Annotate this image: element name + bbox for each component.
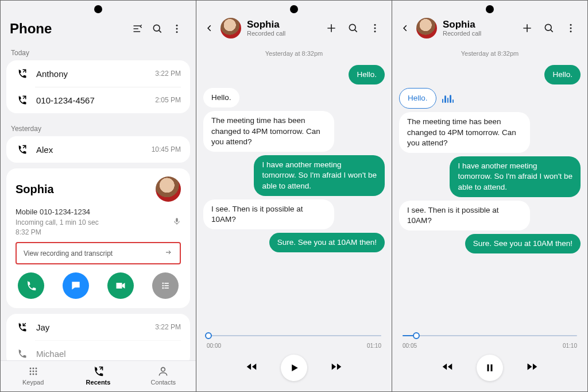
section-label-yesterday: Yesterday [1,119,196,136]
message-other-active[interactable]: Hello. [399,88,581,109]
svg-point-3 [176,31,178,33]
search-icon[interactable] [539,18,559,38]
more-icon[interactable] [365,18,385,38]
svg-point-1 [176,25,178,26]
add-icon[interactable] [322,18,341,38]
nav-keypad-label: Keypad [22,379,44,386]
seek-bar[interactable] [403,330,577,341]
message-me[interactable]: Hello. [203,65,385,84]
transcript-timestamp: Yesterday at 8:32pm [196,42,392,62]
nav-contacts[interactable]: Contacts [131,361,196,391]
call-time: 2:05 PM [155,96,181,104]
svg-point-7 [163,287,164,289]
message-button[interactable] [63,272,89,299]
svg-point-6 [163,285,164,287]
avatar[interactable] [416,18,437,39]
svg-point-27 [570,28,572,29]
seek-bar[interactable] [207,330,381,341]
message-me[interactable]: I have another meeting tomorrow. So I'm … [203,155,385,196]
svg-point-14 [29,371,31,372]
call-row[interactable]: Anthony 3:22 PM [6,60,190,87]
svg-point-26 [570,24,572,26]
pause-button[interactable] [477,355,503,381]
transcript-timestamp: Yesterday at 8:32pm [392,42,587,62]
details-button[interactable] [152,272,179,299]
phone-title: Phone [10,21,128,37]
more-icon[interactable] [167,19,187,39]
view-recording-label: View recording and transcript [24,249,113,258]
nav-keypad[interactable]: Keypad [1,361,65,391]
svg-point-5 [163,283,164,285]
avatar[interactable] [220,18,241,39]
back-button[interactable] [201,22,218,34]
section-label-today: Today [1,43,196,60]
search-icon[interactable] [343,18,363,38]
svg-point-23 [374,28,376,29]
expanded-call-card: Sophia Mobile 010-1234-1234 Incoming cal… [6,168,190,308]
svg-point-25 [545,24,551,30]
call-name: Jay [36,322,155,332]
message-other[interactable]: I see. Then is it possible at 10AM? [399,201,581,230]
expanded-time: 8:32 PM [16,228,41,236]
rewind-button[interactable] [441,360,454,375]
outgoing-call-icon [16,68,28,79]
screen-transcript-paused: Sophia Recorded call Yesterday at 8:32pm… [196,1,392,391]
contact-name: Sophia [443,19,515,30]
more-card: Jay 3:22 PM Michael [6,314,190,360]
time-duration: 01:10 [563,343,577,349]
svg-point-22 [374,24,376,26]
more-icon[interactable] [561,18,581,38]
add-icon[interactable] [517,18,537,38]
call-row[interactable]: Alex 10:45 PM [6,136,190,163]
svg-point-12 [32,368,34,370]
camera-punchhole [290,5,298,13]
svg-point-0 [153,25,160,31]
message-me[interactable]: Hello. [399,65,581,84]
yesterday-card: Alex 10:45 PM [6,136,190,163]
search-icon[interactable] [148,19,167,39]
microphone-icon [173,217,181,227]
message-me[interactable]: Sure. See you at 10AM then! [203,233,385,252]
audio-player: 00:0501:10 [392,325,587,391]
message-other[interactable]: Hello. [203,88,385,107]
view-recording-button[interactable]: View recording and transcript [16,242,181,264]
time-current: 00:00 [207,343,221,349]
forward-button[interactable] [526,360,539,375]
chat-area: Hello. Hello. The meeting time has been … [196,62,392,325]
back-button[interactable] [397,22,414,34]
call-row[interactable]: Michael [6,340,190,360]
time-current: 00:05 [403,343,417,349]
svg-rect-10 [164,287,169,289]
nav-recents[interactable]: Recents [65,361,130,391]
contact-subtitle: Recorded call [443,30,515,37]
svg-rect-4 [176,218,178,222]
arrow-right-icon [164,249,173,258]
call-name: Alex [36,145,152,155]
message-me[interactable]: Sure. See you at 10AM then! [399,234,581,253]
rewind-button[interactable] [245,360,258,375]
message-other[interactable]: The meeting time has been changed to 4PM… [399,112,581,153]
svg-point-20 [161,367,165,371]
message-other[interactable]: I see. Then is it possible at 10AM? [203,199,385,229]
svg-point-21 [349,24,355,30]
svg-point-13 [35,368,37,370]
filter-icon[interactable] [128,19,148,39]
expanded-name: Sophia [16,183,156,196]
svg-point-15 [32,371,34,372]
svg-point-17 [29,374,31,375]
message-me[interactable]: I have another meeting tomorrow. So I'm … [399,156,581,197]
svg-point-19 [35,374,37,375]
message-other[interactable]: The meeting time has been changed to 4PM… [203,111,385,152]
call-row[interactable]: 010-1234-4567 2:05 PM [6,87,190,113]
video-call-button[interactable] [107,272,134,299]
play-button[interactable] [281,355,307,381]
screen-phone-recents: Phone Today Anthony 3:22 PM 010-1234-456… [1,1,196,391]
avatar[interactable] [156,176,181,202]
forward-button[interactable] [330,360,343,375]
svg-point-24 [374,30,376,32]
time-duration: 01:10 [367,343,381,349]
call-row[interactable]: Jay 3:22 PM [6,314,190,340]
svg-rect-8 [164,283,169,284]
call-button[interactable] [18,272,44,299]
nav-contacts-label: Contacts [151,379,176,386]
